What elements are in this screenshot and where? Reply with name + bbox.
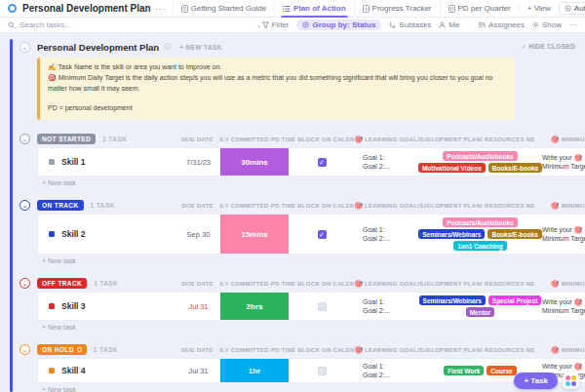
time-block-checkbox[interactable]: ✓ [318, 158, 327, 167]
column-header[interactable]: ⏱TIME BLOCK ON CALENDAR [288, 280, 354, 288]
status-badge[interactable]: NOT STARTED [37, 134, 96, 144]
subtasks-button[interactable]: Subtasks [389, 20, 431, 29]
group-collapse-chevron-icon[interactable]: ⌄ [20, 200, 30, 211]
column-header[interactable]: ⏱TIME BLOCK ON CALENDAR [288, 136, 354, 143]
hide-closed-toggle[interactable]: ✓ HIDE CLOSED [521, 43, 575, 51]
tab-getting-started-guide[interactable]: Getting Started Guide [173, 0, 274, 18]
new-task-button[interactable]: + New task [42, 386, 585, 392]
task-row[interactable]: Skill 2 Sep 30 15mins ✓ Goal 1:Goal 2:..… [37, 214, 585, 255]
title-more-icon[interactable]: ··· [155, 4, 167, 14]
column-header[interactable]: 🎯MINIMUM DAILY [534, 280, 585, 288]
resource-tag[interactable]: Field Work [444, 366, 484, 375]
task-name[interactable]: Skill 4 [61, 366, 86, 375]
group-collapse-chevron-icon[interactable]: ⌄ [20, 278, 30, 289]
column-header[interactable]: DUE DATE [176, 203, 219, 209]
toolbar-more-button[interactable]: ··· [569, 20, 577, 29]
group-collapse-chevron-icon[interactable]: ⌄ [20, 134, 30, 144]
tab-progress-tracker[interactable]: Progress Tracker [354, 0, 440, 18]
filter-button[interactable]: Filter [262, 20, 290, 29]
info-icon[interactable]: ⓘ [164, 42, 171, 52]
column-header[interactable]: ⚒DEVELOPMENT PLAN/ RESOURCES NEEDED [424, 202, 534, 210]
column-header[interactable]: 🎯LEARNING GOAL/S [354, 346, 424, 354]
resource-tag[interactable]: Special Project [488, 295, 542, 305]
me-filter-button[interactable]: Me [439, 20, 459, 29]
column-header[interactable]: DAILY COMMITTED PD TIME [219, 203, 288, 209]
time-block-checkbox[interactable] [318, 367, 327, 375]
column-header[interactable]: 🎯MINIMUM DAILY [534, 202, 585, 210]
tab-plan-of-action[interactable]: Plan of Action [274, 0, 353, 18]
resource-tag[interactable]: Motivational Videos [418, 163, 486, 173]
column-header[interactable]: 🎯MINIMUM DAILY [534, 136, 585, 143]
column-header[interactable]: ⏱TIME BLOCK ON CALENDAR [288, 202, 354, 210]
resource-tag[interactable]: Mentor [466, 307, 495, 317]
resources-tags-cell[interactable]: Podcasts/AudiobooksMotivational VideosBo… [425, 148, 535, 176]
new-task-button[interactable]: + New task [42, 324, 585, 331]
assignees-button[interactable]: Assignees [478, 20, 525, 29]
minimum-daily-cell[interactable]: Write your 🎯Minimum Target here. [535, 225, 585, 244]
resources-tags-cell[interactable]: Podcasts/AudiobooksSeminars/WebinarsBook… [425, 215, 535, 254]
status-bullet-icon[interactable] [49, 368, 55, 373]
column-header[interactable]: DUE DATE [176, 347, 219, 353]
column-header[interactable]: DUE DATE [176, 137, 219, 142]
group-by-button[interactable]: Group by: Status [296, 20, 381, 30]
pd-time-cell[interactable]: 15mins [220, 215, 289, 254]
column-header[interactable]: ⚒DEVELOPMENT PLAN/ RESOURCES NEEDED [424, 136, 534, 143]
column-header[interactable]: 🎯MINIMUM DAILY [534, 346, 585, 354]
resource-tag[interactable]: Seminars/Webinars [419, 295, 486, 305]
due-date-cell[interactable]: Sep 30 [176, 230, 220, 239]
task-name[interactable]: Skill 1 [61, 157, 86, 167]
column-header[interactable]: 🎯LEARNING GOAL/S [354, 136, 424, 143]
status-badge[interactable]: OFF TRACK [37, 278, 87, 289]
help-widget-button[interactable] [563, 372, 579, 389]
resource-tag[interactable]: Books/E-books [488, 163, 542, 173]
search-input[interactable]: Search tasks... ⌄ [8, 20, 262, 29]
resource-tag[interactable]: Podcasts/Audiobooks [443, 151, 517, 161]
minimum-daily-cell[interactable]: Write your 🎯Minimum Target here. [535, 153, 585, 172]
task-name[interactable]: Skill 3 [61, 301, 86, 311]
pd-time-cell[interactable]: 30mins [220, 148, 289, 176]
due-date-cell[interactable]: 7/31/23 [176, 158, 220, 167]
add-task-fab-button[interactable]: + Task [514, 372, 558, 389]
resource-tag[interactable]: Books/E-books [488, 229, 541, 239]
learning-goals-cell[interactable]: Goal 1:Goal 2:... [355, 153, 425, 172]
automate-button[interactable]: Automate ⌄ [559, 2, 585, 15]
new-task-button[interactable]: + New task [42, 179, 585, 186]
learning-goals-cell[interactable]: Goal 1:Goal 2:... [355, 297, 425, 316]
resources-tags-cell[interactable]: Seminars/WebinarsSpecial ProjectMentor [425, 293, 535, 320]
list-collapse-chevron-icon[interactable]: ⌄ [20, 42, 30, 53]
due-date-cell[interactable]: Jul 31 [176, 302, 220, 311]
resource-tag[interactable]: Course [487, 366, 516, 375]
status-bullet-icon[interactable] [49, 303, 55, 309]
time-block-checkbox[interactable] [318, 302, 327, 311]
column-header[interactable]: ⏱TIME BLOCK ON CALENDAR [288, 346, 354, 354]
task-row[interactable]: Skill 3 Jul 31 2hrs Goal 1:Goal 2:... Se… [37, 292, 585, 321]
show-button[interactable]: Show [532, 20, 562, 29]
resource-tag[interactable]: 1on1 Coaching [453, 241, 507, 251]
status-bullet-icon[interactable] [49, 231, 55, 237]
group-collapse-chevron-icon[interactable]: ⌄ [20, 344, 30, 355]
tab-pd-per-quarter[interactable]: PD per Quarter [440, 0, 519, 18]
task-name[interactable]: Skill 2 [61, 229, 86, 239]
pd-time-cell[interactable]: 1hr [220, 359, 289, 382]
minimum-daily-cell[interactable]: Write your 🎯Minimum Target here. [535, 297, 585, 316]
task-row[interactable]: Skill 4 Jul 31 1hr Goal 1:Goal 2:... Fie… [37, 358, 585, 383]
column-header[interactable]: 🎯LEARNING GOAL/S [354, 202, 424, 210]
task-row[interactable]: Skill 1 7/31/23 30mins ✓ Goal 1:Goal 2:.… [37, 147, 585, 176]
search-chevron-icon[interactable]: ⌄ [255, 20, 262, 29]
resource-tag[interactable]: Podcasts/Audiobooks [443, 217, 517, 227]
learning-goals-cell[interactable]: Goal 1:Goal 2:... [355, 362, 425, 380]
learning-goals-cell[interactable]: Goal 1:Goal 2:... [355, 225, 425, 244]
add-view-button[interactable]: + View [519, 4, 559, 13]
list-new-task-button[interactable]: + NEW TASK [179, 44, 222, 51]
column-header[interactable]: DAILY COMMITTED PD TIME [219, 281, 288, 287]
status-bullet-icon[interactable] [49, 159, 55, 165]
column-header[interactable]: DAILY COMMITTED PD TIME [219, 347, 288, 353]
column-header[interactable]: ⚒DEVELOPMENT PLAN/ RESOURCES NEEDED [424, 280, 534, 288]
column-header[interactable]: DAILY COMMITTED PD TIME [219, 137, 288, 142]
resource-tag[interactable]: Seminars/Webinars [418, 229, 485, 239]
column-header[interactable]: 🎯LEARNING GOAL/S [354, 280, 424, 288]
new-task-button[interactable]: + New task [42, 257, 585, 264]
pd-time-cell[interactable]: 2hrs [220, 293, 289, 320]
status-badge[interactable]: ON TRACK [37, 200, 84, 211]
status-badge[interactable]: ON HOLD [37, 344, 87, 355]
